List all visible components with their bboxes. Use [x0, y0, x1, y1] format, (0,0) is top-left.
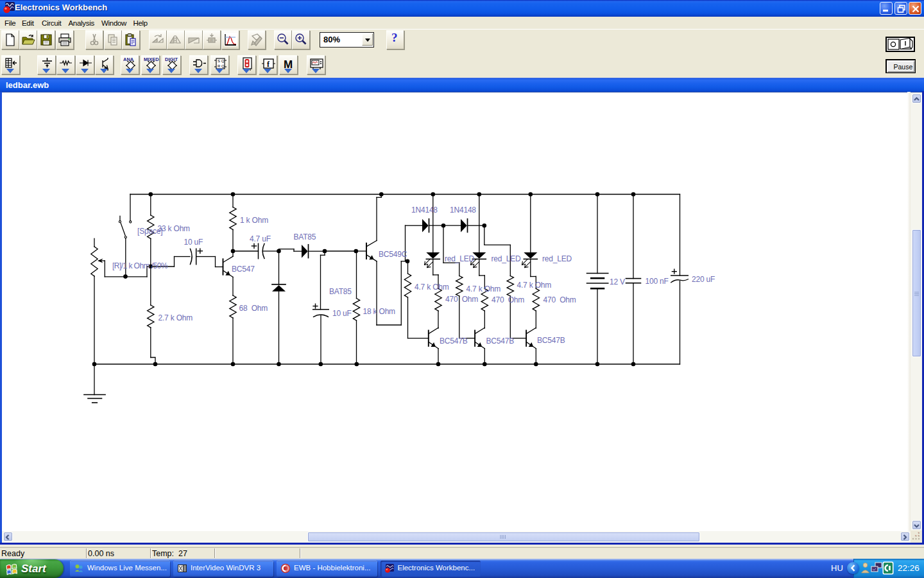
- svg-text:12 V: 12 V: [610, 277, 625, 286]
- svg-text:BAT85: BAT85: [329, 287, 352, 296]
- svg-text:10 uF: 10 uF: [184, 238, 203, 247]
- svg-text:220 uF: 220 uF: [692, 275, 715, 284]
- svg-text:[R]/1 k Ohm /50%: [R]/1 k Ohm /50%: [112, 261, 168, 270]
- svg-text:BC549C: BC549C: [379, 250, 407, 259]
- svg-text:470 Ohm: 470 Ohm: [543, 295, 576, 304]
- svg-text:4.7 k Ohm: 4.7 k Ohm: [466, 285, 501, 293]
- svg-text:2.7 k Ohm: 2.7 k Ohm: [158, 313, 193, 322]
- svg-text:100 nF: 100 nF: [646, 277, 669, 286]
- svg-text:red_LED: red_LED: [492, 254, 521, 263]
- svg-text:18 k Ohm: 18 k Ohm: [363, 307, 396, 316]
- svg-text:BC547B: BC547B: [440, 337, 468, 346]
- svg-text:red_LED: red_LED: [445, 254, 474, 263]
- svg-text:BC547B: BC547B: [537, 336, 565, 345]
- svg-text:BAT85: BAT85: [294, 232, 316, 241]
- svg-text:33 k Ohm: 33 k Ohm: [158, 224, 191, 233]
- svg-text:4.7 uF: 4.7 uF: [250, 234, 271, 243]
- svg-text:470 Ohm: 470 Ohm: [492, 295, 524, 304]
- svg-text:BC547: BC547: [232, 265, 255, 274]
- svg-text:68 Ohm: 68 Ohm: [239, 304, 268, 313]
- svg-text:1N4148: 1N4148: [411, 206, 438, 215]
- svg-text:1N4148: 1N4148: [450, 206, 476, 215]
- svg-text:red_LED: red_LED: [542, 254, 572, 263]
- svg-text:470 Ohm: 470 Ohm: [445, 295, 478, 304]
- svg-text:4.7 k Ohm: 4.7 k Ohm: [415, 283, 449, 292]
- svg-text:10 uF: 10 uF: [332, 309, 352, 318]
- svg-text:BC547B: BC547B: [486, 337, 515, 346]
- svg-text:1 k Ohm: 1 k Ohm: [240, 216, 268, 225]
- svg-text:4.7 k Ohm: 4.7 k Ohm: [517, 281, 552, 290]
